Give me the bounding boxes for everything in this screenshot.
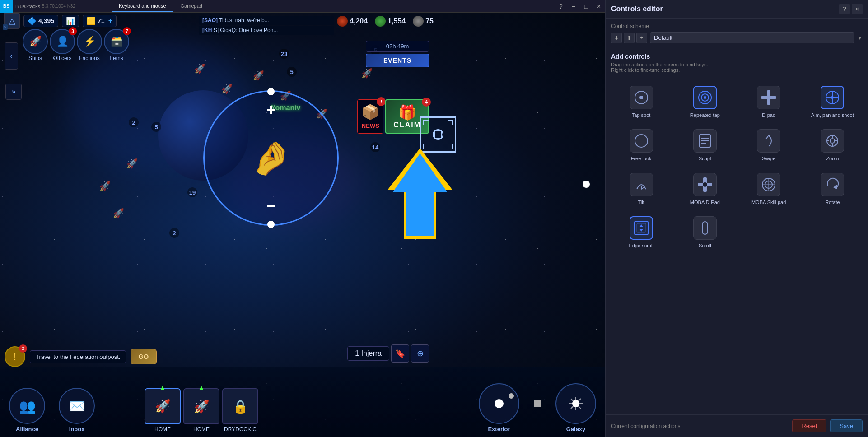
ctrl-script[interactable]: Script [675,126,735,165]
nav-ships[interactable]: 🚀 Ships [23,29,48,61]
scheme-icon-3[interactable]: + [636,33,647,43]
maximize-button[interactable]: □ [580,0,593,13]
svg-point-18 [635,135,648,147]
hud-top: △ 5 🔷 4,395 📊 🟨 71 + [0,13,190,29]
chat-msg-2: [KH S] GigaQ: One Love Pon... [199,26,334,35]
joystick-circle[interactable]: + 🤌 − [203,90,339,226]
alliance-icon: 👥 [9,388,45,424]
help-button[interactable]: ? [555,0,567,13]
add-controls-desc: Drag the actions on the screen to bind k… [611,62,863,73]
dock: ▲ 🚀 HOME ▲ 🚀 HOME 🔒 DRYDOCK C [145,388,258,432]
bottom-separator-dot [533,399,542,408]
credit-amount: 4,395 [38,17,54,24]
resource-grey-icon [413,16,424,27]
ce-reset-button[interactable]: Reset [792,419,826,432]
location-bookmark-btn[interactable]: 🔖 [391,344,409,363]
claim-icon: 🎁 [398,104,416,121]
reticle-center [434,130,442,139]
ce-close-btn[interactable]: × [852,4,863,14]
expand-nav-btn[interactable]: » [5,84,22,100]
events-button[interactable]: EVENTS [366,54,429,67]
svg-marker-1 [393,153,447,236]
ctrl-repeated-tap[interactable]: Repeated tap [675,82,735,122]
chat-player-1: [SAO] [202,17,218,23]
ctrl-swipe[interactable]: Swipe [739,126,799,165]
location-target-btn[interactable]: ⊕ [411,344,429,363]
fleet-icon-3: 🚀 [253,70,264,81]
ctrl-rotate-label: Rotate [825,199,840,205]
script-svg [697,133,713,149]
ctrl-edge-scroll[interactable]: Edge scroll [611,213,671,252]
dpad-svg [761,89,777,106]
repeated-tap-svg [697,89,713,106]
nav-toggle-btn[interactable]: ‹ [5,42,18,70]
ctrl-moba-skill[interactable]: MOBA Skill pad [739,169,799,209]
dock-home-2-img: ▲ 🚀 [183,388,219,424]
dock-drydock[interactable]: 🔒 DRYDOCK C [222,388,258,432]
ce-win-controls: ? × [839,4,863,14]
dock-home-2[interactable]: ▲ 🚀 HOME [183,388,219,432]
ctrl-zoom-label: Zoom [826,155,839,162]
gold-icon: 🟨 [87,17,96,25]
dock-arrow-green-2: ▲ [198,384,205,392]
fleet-icon-8: 🚀 [113,208,124,218]
gold-display: 🟨 71 + [83,15,117,27]
chat-overlay: [SAO] Tidus: nah, we're b... [KH S] Giga… [199,16,334,36]
nav-officers[interactable]: 👤 3 Officers [50,29,75,61]
ctrl-free-look[interactable]: Free look [611,126,671,165]
ctrl-tap-spot[interactable]: Tap spot [611,82,671,122]
nav-officers-label: Officers [53,55,71,61]
ctrl-rotate[interactable]: Rotate [803,169,863,209]
inbox-btn[interactable]: ✉️ Inbox [59,388,95,432]
dock-home-active[interactable]: ▲ 🚀 HOME [145,388,181,432]
ctrl-aim-pan-shoot[interactable]: Aim, pan and shoot [803,82,863,122]
news-box[interactable]: ! 📦 NEWS [357,99,383,134]
ctrl-moba-dpad[interactable]: MOBA D-Pad [675,169,735,209]
tab-keyboard-mouse[interactable]: Keyboard and mouse [112,0,173,12]
tab-gamepad[interactable]: Gamepad [173,0,210,12]
ce-save-button[interactable]: Save [830,419,863,432]
ctrl-dpad[interactable]: D-pad [739,82,799,122]
nav-factions[interactable]: ⚡ Factions [77,29,102,61]
ctrl-zoom[interactable]: Zoom [803,126,863,165]
quest-go-button[interactable]: GO [131,349,157,364]
add-controls-title: Add controls [611,53,863,60]
quest-bar: ! 3 Travel to the Federation outpost. GO [5,346,157,367]
fleet-icon-1: 🚀 [194,63,205,74]
exterior-btn[interactable]: Exterior [479,383,519,432]
ctrl-dpad-icon [757,86,780,109]
chart-btn[interactable]: 📊 [62,15,79,27]
svg-marker-40 [639,229,643,232]
swipe-svg [761,133,777,149]
claim-label: CLAIM [393,121,421,129]
joystick-control[interactable]: + 🤌 − [203,90,348,253]
ctrl-script-label: Script [699,155,711,162]
ctrl-moba-skill-icon [757,173,780,196]
nav-items[interactable]: 🗃️ 7 Items [104,29,129,61]
add-gold-button[interactable]: + [108,17,112,25]
minimize-button[interactable]: − [567,0,580,13]
scheme-label: Control scheme [611,23,863,29]
close-button[interactable]: × [593,0,605,13]
galaxy-btn[interactable]: Galaxy [555,383,596,432]
inbox-label: Inbox [69,426,85,432]
dock-home-2-label: HOME [193,426,210,432]
ctrl-swipe-icon [757,129,780,153]
svg-marker-36 [833,185,837,189]
game-area: 🚀 🚀 🚀 🚀 🚀 🚀 🚀 🚀 🚀 23 5 5 2 5 14 19 2 Yom… [0,0,605,437]
scheme-dropdown[interactable]: Default [650,32,854,43]
exterior-dot [495,399,504,408]
scheme-icon-2[interactable]: ⬆ [624,33,635,43]
edge-scroll-svg [633,220,649,236]
claim-badge: 4 [422,98,431,107]
ctrl-scroll[interactable]: Scroll [675,213,735,252]
alliance-btn[interactable]: 👥 Alliance [9,388,45,432]
ctrl-free-look-label: Free look [631,155,652,162]
scheme-icon-1[interactable]: ⬇ [611,33,622,43]
galaxy-svg [565,392,587,415]
bottom-right-icons: Exterior Galaxy [479,383,596,432]
ctrl-tilt[interactable]: Tilt [611,169,671,209]
map-num-14: 14 [370,142,380,152]
ce-help-btn[interactable]: ? [839,4,850,14]
svg-point-11 [704,96,706,99]
